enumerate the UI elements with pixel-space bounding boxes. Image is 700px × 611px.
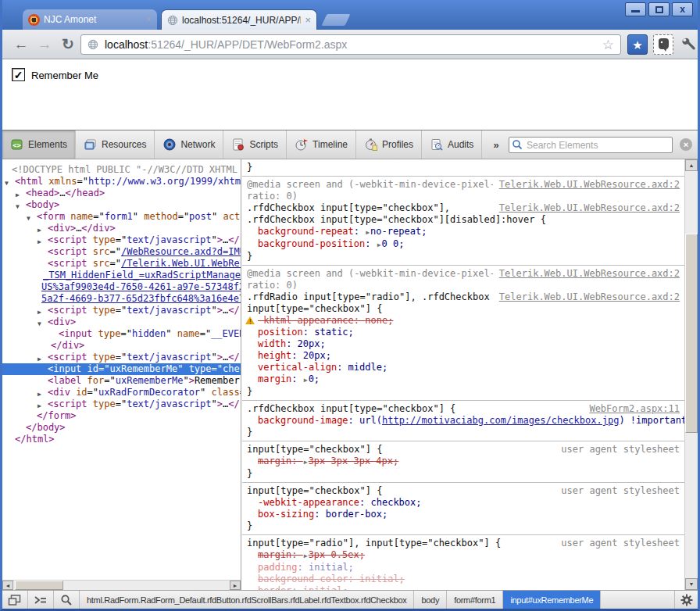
dom-link[interactable]: _TSM_HiddenField_=uxRadScriptManager: [43, 270, 241, 280]
property-name[interactable]: height: [258, 350, 291, 361]
minimize-button[interactable]: [625, 2, 646, 16]
property-name[interactable]: padding: [258, 562, 298, 573]
css-property[interactable]: margin: ▶3px 0.5ex;: [247, 549, 680, 562]
property-value[interactable]: 3px 0.5ex;: [309, 549, 365, 560]
expand-value-arrow-icon[interactable]: ▶: [304, 552, 308, 559]
dom-node[interactable]: ▶<script type="text/javascript">…</scr: [2, 234, 241, 246]
dom-node[interactable]: ▶<script type="text/javascript">…</scr: [2, 352, 241, 363]
property-value[interactable]: middle;: [348, 362, 388, 373]
expand-arrow-icon[interactable]: ▶: [38, 353, 41, 363]
scroll-down-icon[interactable]: ▼: [685, 578, 698, 590]
dom-node[interactable]: _TSM_HiddenField_=uxRadScriptManager: [2, 270, 241, 281]
breadcrumb-item[interactable]: body: [414, 591, 447, 609]
css-value-link[interactable]: http://motivaciabg.com/images/checkbox.j…: [382, 415, 619, 426]
vertical-scrollbar[interactable]: ▲ ▼: [684, 159, 698, 590]
dom-node[interactable]: <!DOCTYPE html PUBLIC "-//W3C//DTD XHTML…: [2, 164, 241, 176]
dom-node[interactable]: ▼<body>: [2, 199, 241, 211]
property-value[interactable]: 0;: [309, 373, 320, 384]
dom-node[interactable]: <label for="uxRememberMe">Remember M: [2, 375, 241, 387]
css-property[interactable]: -khtml-appearance: none;: [247, 315, 680, 327]
remember-me-checkbox[interactable]: ✓: [12, 68, 25, 81]
property-name[interactable]: position: [258, 327, 303, 338]
horizontal-scrollbar[interactable]: ◄ ►: [2, 580, 241, 590]
maximize-button[interactable]: [648, 2, 670, 16]
tab-timeline[interactable]: Timeline: [287, 130, 356, 159]
css-property[interactable]: vertical-align: middle;: [247, 362, 680, 373]
css-property[interactable]: width: 20px;: [247, 338, 680, 350]
tab-njc-amonet[interactable]: NJC Amonet ×: [23, 9, 157, 30]
back-button[interactable]: ←: [10, 34, 32, 55]
tab-scripts[interactable]: Scripts: [223, 130, 287, 159]
dom-link[interactable]: 5a2f-4669-b377-65d23fbfc648%3a16e4e7: [41, 293, 241, 304]
expand-arrow-icon[interactable]: ▶: [38, 388, 41, 398]
console-toggle-button[interactable]: [28, 591, 54, 609]
property-name[interactable]: background-position: [258, 238, 365, 249]
property-name[interactable]: margin: [258, 549, 291, 560]
css-property[interactable]: position: static;: [247, 327, 680, 338]
css-property[interactable]: background-color: initial;: [247, 573, 680, 585]
collapse-arrow-icon[interactable]: ▼: [16, 201, 20, 211]
property-value[interactable]: 20px;: [298, 338, 326, 349]
breadcrumb-item[interactable]: form#form1: [447, 591, 503, 609]
property-value[interactable]: initial;: [309, 562, 354, 573]
wrench-menu-button[interactable]: [679, 34, 699, 55]
property-value[interactable]: 3px 3px 3px 4px;: [309, 456, 399, 466]
dom-node[interactable]: ▶<script type="text/javascript">…</scr: [2, 398, 241, 410]
css-property[interactable]: height: 20px;: [247, 350, 680, 362]
dom-link[interactable]: US%3af9903e4d-7650-4261-a97e-57348f3: [41, 281, 241, 292]
css-property[interactable]: box-sizing: border-box;: [247, 509, 680, 520]
tab-close-icon[interactable]: ×: [305, 16, 311, 25]
dom-node[interactable]: ▶<div id="uxRadFormDecorator" class=": [2, 387, 241, 398]
css-property[interactable]: -webkit-appearance: checkbox;: [247, 497, 680, 509]
css-property[interactable]: background-position: ▶0 0;: [247, 238, 680, 251]
expand-value-arrow-icon[interactable]: ▶: [304, 377, 308, 384]
reload-button[interactable]: ↻: [57, 34, 79, 55]
bookmark-star-icon[interactable]: ☆: [602, 37, 614, 53]
dom-link[interactable]: /Telerik.Web.UI.WebResou: [121, 258, 241, 269]
stylesheet-source-link[interactable]: Telerik.Web.UI.WebResource.axd:2: [499, 268, 680, 280]
dom-node[interactable]: </div>: [2, 340, 241, 352]
collapse-arrow-icon[interactable]: ▼: [38, 318, 41, 328]
dom-node[interactable]: ▼<html xmlns="http://www.w3.org/1999/xht…: [2, 176, 241, 188]
expand-value-arrow-icon[interactable]: ▶: [377, 241, 381, 248]
tab-network[interactable]: Network: [155, 130, 223, 159]
dom-node[interactable]: ▼<form name="form1" method="post" acti: [2, 211, 241, 223]
stylesheet-source-link[interactable]: Telerik.Web.UI.WebResource.axd:2: [499, 291, 680, 303]
property-name[interactable]: -webkit-appearance: [258, 497, 359, 508]
dom-node[interactable]: ▶<script type="text/javascript">…</scr: [2, 305, 241, 316]
tab-close-icon[interactable]: ×: [145, 15, 152, 24]
collapse-arrow-icon[interactable]: ▼: [27, 213, 30, 223]
css-property[interactable]: background-image: url(http://motivaciabg…: [247, 415, 680, 427]
bookmark-extension-button[interactable]: ★: [627, 34, 648, 55]
scroll-up-icon[interactable]: ▲: [685, 159, 698, 171]
dom-node-selected[interactable]: <input id="uxRememberMe" type="check: [2, 363, 241, 375]
expand-value-arrow-icon[interactable]: ▶: [366, 229, 370, 236]
tab-localhost[interactable]: localhost:51264/_HUR/APP/D ×: [161, 9, 317, 30]
dom-node[interactable]: <script src="/Telerik.Web.UI.WebResou: [2, 258, 241, 270]
scrollbar-thumb[interactable]: [15, 581, 63, 590]
property-value[interactable]: none;: [365, 315, 393, 326]
css-property[interactable]: margin: ▶0;: [247, 373, 680, 386]
dom-node[interactable]: 5a2f-4669-b377-65d23fbfc648%3a16e4e7: [2, 293, 241, 305]
css-property[interactable]: margin: ▶3px 3px 3px 4px;: [247, 456, 680, 468]
css-property[interactable]: padding: initial;: [247, 562, 680, 573]
scrollbar-thumb[interactable]: [685, 234, 698, 433]
dom-node[interactable]: ▼<div>: [2, 316, 241, 328]
dom-node[interactable]: ▶<head>…</head>: [2, 188, 241, 199]
breadcrumb-item[interactable]: html.RadForm.RadForm_Default.rfdButton.r…: [80, 591, 414, 609]
dom-node[interactable]: </html>: [2, 434, 241, 445]
property-value[interactable]: 20px;: [303, 350, 331, 361]
dock-button[interactable]: [2, 591, 28, 609]
tab-profiles[interactable]: Profiles: [356, 130, 422, 159]
stylesheet-source-link[interactable]: Telerik.Web.UI.WebResource.axd:2: [499, 202, 680, 214]
property-value[interactable]: static;: [314, 327, 354, 338]
dom-node[interactable]: <script src="/WebResource.axd?d=IMUq: [2, 246, 241, 258]
dom-link[interactable]: /WebResource.axd?d=IMUq: [121, 246, 241, 257]
collapse-arrow-icon[interactable]: ▼: [5, 177, 9, 188]
tab-resources[interactable]: Resources: [76, 130, 155, 159]
close-button[interactable]: x: [672, 2, 693, 16]
property-value[interactable]: border-box;: [326, 509, 388, 520]
css-property[interactable]: background-repeat: ▶no-repeat;: [247, 226, 680, 238]
property-name[interactable]: width: [258, 338, 286, 349]
devtools-close-button[interactable]: ×: [680, 138, 692, 151]
